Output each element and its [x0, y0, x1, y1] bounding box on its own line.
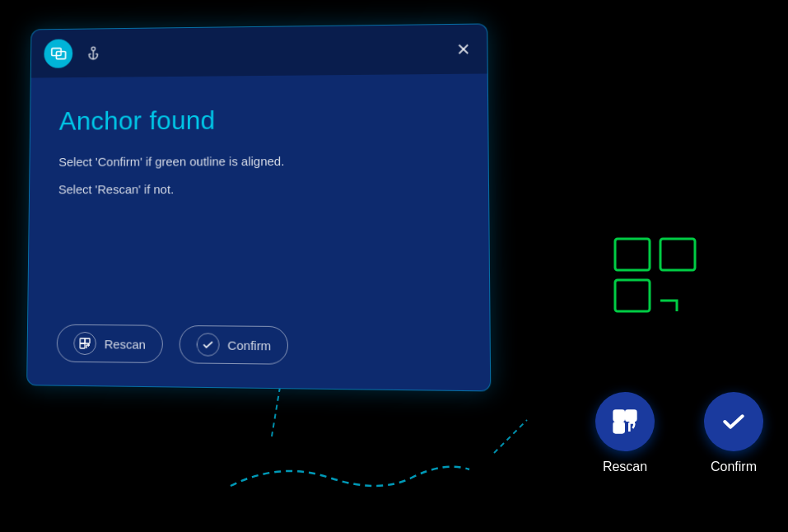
ar-buttons-container: Rescan Confirm — [595, 392, 763, 474]
anchor-icon — [82, 42, 105, 65]
anchor-outline-box — [611, 235, 702, 320]
ar-rescan-label: Rescan — [603, 460, 647, 474]
svg-rect-13 — [615, 239, 650, 270]
svg-rect-10 — [80, 338, 85, 343]
svg-point-4 — [91, 47, 95, 51]
panel-text-2: Select 'Rescan' if not. — [58, 180, 458, 200]
panel-content: Anchor found Select 'Confirm' if green o… — [28, 73, 489, 310]
svg-line-0 — [272, 387, 280, 436]
ar-confirm-label: Confirm — [711, 460, 757, 474]
svg-rect-18 — [614, 422, 624, 432]
ar-confirm-group: Confirm — [704, 392, 763, 474]
confirm-icon-circle — [196, 333, 219, 357]
ar-confirm-button[interactable] — [704, 392, 763, 451]
rescan-icon-circle — [73, 332, 96, 355]
panel-icon — [44, 39, 72, 68]
confirm-button[interactable]: Confirm — [179, 325, 288, 365]
ar-rescan-button[interactable] — [595, 392, 655, 451]
panel-text-1: Select 'Confirm' if green outline is ali… — [58, 151, 458, 171]
main-panel: Anchor found Select 'Confirm' if green o… — [26, 23, 491, 391]
svg-rect-14 — [660, 239, 695, 270]
svg-rect-11 — [85, 338, 90, 343]
rescan-button[interactable]: Rescan — [57, 324, 163, 363]
svg-rect-15 — [615, 280, 650, 311]
panel-title: Anchor found — [59, 104, 458, 137]
panel-titlebar — [31, 24, 487, 77]
close-button[interactable] — [451, 38, 475, 61]
svg-rect-17 — [626, 411, 636, 421]
svg-line-1 — [494, 420, 527, 453]
confirm-label: Confirm — [227, 338, 271, 352]
screen-icon — [50, 45, 66, 62]
svg-rect-12 — [80, 343, 85, 348]
panel-footer: Rescan Confirm — [27, 308, 490, 391]
rescan-label: Rescan — [105, 337, 146, 352]
svg-rect-16 — [614, 411, 624, 421]
ar-rescan-group: Rescan — [595, 392, 655, 474]
